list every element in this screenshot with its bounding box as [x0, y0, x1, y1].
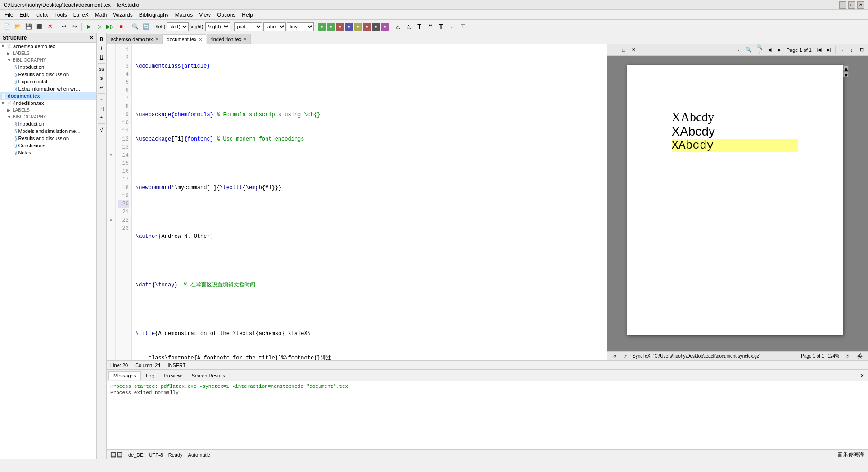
tab-messages[interactable]: Messages	[108, 371, 141, 380]
triangle-btn-2[interactable]: △	[404, 22, 414, 32]
prev-page-button[interactable]: ◀	[765, 45, 774, 54]
format-btn-4[interactable]: ■	[345, 23, 353, 31]
format-btn-8[interactable]: ■	[381, 23, 389, 31]
tab-4nd-close[interactable]: ✕	[243, 36, 247, 41]
left-icon-2[interactable]: $	[98, 74, 106, 82]
text-btn-arrows[interactable]: ↕	[447, 22, 457, 32]
return-icon[interactable]: ↵	[98, 83, 106, 91]
fold-10[interactable]	[108, 119, 114, 127]
structure-close-button[interactable]: ✕	[89, 35, 94, 41]
next-page-button[interactable]: ▶	[775, 45, 784, 54]
format-btn-5[interactable]: ■	[354, 23, 362, 31]
tree-file-achemso[interactable]: ▼ 📄 achemso-demo.tex	[0, 43, 96, 50]
redo-button[interactable]: ↪	[70, 22, 80, 32]
format-btn-3[interactable]: ■	[336, 23, 344, 31]
tab-achemso-close[interactable]: ✕	[155, 36, 158, 41]
format-btn-6[interactable]: ■	[363, 23, 371, 31]
tree-section-introduction-1[interactable]: § Introduction	[0, 64, 96, 71]
zoom-in-button[interactable]: 🔍+	[755, 45, 764, 54]
format-btn-7[interactable]: ■	[372, 23, 380, 31]
left-bracket-select[interactable]: \left(	[167, 22, 189, 31]
fit-height-button[interactable]: ↕	[847, 45, 856, 54]
synctex-btn[interactable]: ⟲	[611, 353, 618, 360]
fold-13[interactable]	[108, 143, 114, 151]
replace-button[interactable]: 🔄	[141, 22, 151, 32]
preview-max-button[interactable]: □	[619, 45, 628, 54]
tree-section-extra[interactable]: § Extra information when writi...	[0, 85, 96, 92]
tab-document-close[interactable]: ✕	[199, 37, 202, 42]
format-btn-2[interactable]: ■	[327, 23, 335, 31]
compile-view-button[interactable]: ▶▷	[105, 22, 115, 32]
underline-icon[interactable]: U	[98, 53, 106, 61]
tree-file-document[interactable]: 📄 document.tex	[0, 92, 96, 100]
tab-document[interactable]: document.tex ✕	[163, 34, 206, 44]
fold-21[interactable]	[108, 208, 114, 216]
expand-labels-2-arrow[interactable]: ▶	[7, 108, 13, 113]
expand-bibliography-1-arrow[interactable]: ▼	[7, 58, 13, 63]
expand-4nd-arrow[interactable]: ▼	[1, 101, 6, 105]
maximize-button[interactable]: □	[848, 1, 855, 9]
fold-3[interactable]	[108, 62, 114, 70]
code-editor[interactable]: ▼ ▲ 1 2	[107, 44, 607, 360]
right-bracket-select[interactable]: \right)	[205, 22, 230, 31]
menu-tools[interactable]: Tools	[52, 11, 70, 19]
open-file-button[interactable]: 📂	[13, 22, 23, 32]
bold-icon[interactable]: B	[98, 35, 106, 43]
tab-achemso[interactable]: achemso-demo.tex ✕	[107, 34, 163, 44]
fold-5[interactable]	[108, 78, 114, 86]
sqrt-icon[interactable]: √	[98, 126, 106, 134]
compile-button[interactable]: ▶	[84, 22, 94, 32]
menu-idefix[interactable]: Idefix	[32, 11, 51, 19]
tree-section-results-1[interactable]: § Results and discussion	[0, 71, 96, 78]
tree-section-models[interactable]: § Models and simulation metho...	[0, 127, 96, 135]
fold-2[interactable]	[108, 54, 114, 62]
part-select[interactable]: part chapter section	[234, 22, 262, 31]
fold-15[interactable]	[108, 159, 114, 168]
undo-button[interactable]: ↩	[59, 22, 69, 32]
tab-search-results[interactable]: Search Results	[187, 371, 231, 380]
italic-icon[interactable]: I	[98, 44, 106, 52]
text-btn-T2[interactable]: T	[436, 22, 446, 32]
menu-options[interactable]: Options	[214, 11, 238, 19]
tree-section-notes[interactable]: § Notes	[0, 149, 96, 156]
expand-labels-1-arrow[interactable]: ▶	[7, 51, 13, 56]
stop-button[interactable]: ■	[116, 22, 126, 32]
text-btn-quote[interactable]: ❝	[425, 22, 435, 32]
fit-page-button[interactable]: ⊡	[857, 45, 866, 54]
menu-file[interactable]: File	[2, 11, 16, 19]
save-file-button[interactable]: 💾	[23, 22, 33, 32]
triangle-btn-1[interactable]: △	[393, 22, 403, 32]
tree-labels-1[interactable]: ▶ LABELS	[0, 50, 96, 57]
tree-section-experimental[interactable]: § Experimental	[0, 78, 96, 85]
zoom-reset-btn[interactable]: ↺	[843, 352, 852, 361]
fold-18[interactable]	[108, 184, 114, 192]
menu-view[interactable]: View	[196, 11, 213, 19]
menu-bibliography[interactable]: Bibliography	[136, 11, 172, 19]
synctex-btn2[interactable]: ⟳	[622, 353, 629, 360]
minimize-button[interactable]: ─	[839, 1, 846, 9]
close-file-button[interactable]: ✕	[45, 22, 55, 32]
fit-width-button[interactable]: ↔	[837, 45, 846, 54]
align-icon[interactable]: ≡	[98, 95, 106, 104]
fold-14[interactable]: ▼	[108, 151, 114, 159]
tab-4ndedition[interactable]: 4ndedition.tex ✕	[207, 34, 251, 44]
menu-macros[interactable]: Macros	[172, 11, 195, 19]
prev-page2-button[interactable]: |◀	[814, 45, 823, 54]
left-icon-1[interactable]: $$	[98, 65, 106, 73]
tree-labels-2[interactable]: ▶ LABELS	[0, 107, 96, 113]
fold-9[interactable]	[108, 111, 114, 119]
code-content[interactable]: \documentclass{article} \usepackage{chem…	[132, 44, 607, 360]
menu-math[interactable]: Math	[92, 11, 110, 19]
fold-20[interactable]	[108, 200, 114, 208]
tree-bibliography-1[interactable]: ▼ BIBLIOGRAPHY	[0, 57, 96, 64]
fold-6[interactable]	[108, 86, 114, 95]
label-select[interactable]: label ref	[263, 22, 286, 31]
menu-latex[interactable]: LaTeX	[71, 11, 91, 19]
fold-7[interactable]	[108, 95, 114, 103]
fold-1[interactable]	[108, 46, 114, 54]
close-window-button[interactable]: ✕	[857, 1, 864, 9]
menu-help[interactable]: Help	[239, 11, 256, 19]
bottom-panel-close[interactable]: ✕	[858, 372, 866, 379]
fold-8[interactable]	[108, 103, 114, 111]
size-select[interactable]: tiny small normal	[287, 22, 314, 31]
